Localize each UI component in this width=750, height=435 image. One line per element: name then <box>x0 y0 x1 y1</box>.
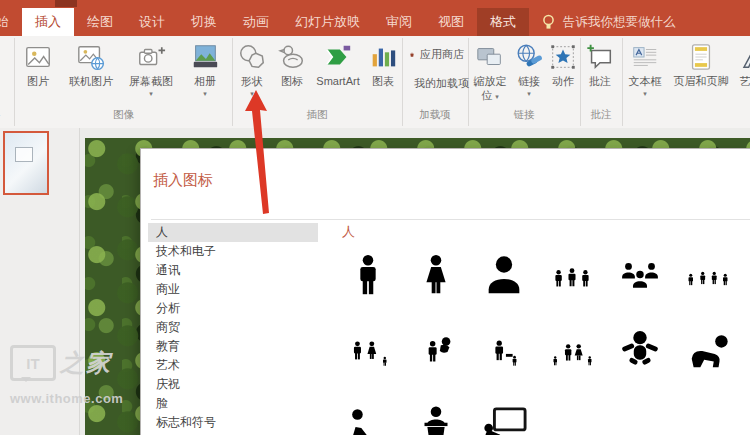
icon-person-exercising[interactable] <box>334 401 402 435</box>
header-footer-icon <box>686 42 716 72</box>
icon-group-of-four[interactable] <box>674 249 742 325</box>
chart-button[interactable]: 图表 <box>364 38 402 89</box>
tell-me-box[interactable]: 告诉我你想要做什么 <box>541 8 676 36</box>
ribbon-group-comments: 批注 批注 <box>580 38 623 126</box>
presenter-whiteboard-icon <box>481 405 527 435</box>
dropdown-arrow-icon: ▾ <box>643 90 647 97</box>
category-item-business[interactable]: 商业 <box>148 280 318 299</box>
ribbon: 表格 表格 图片 <box>0 36 750 129</box>
photo-album-button[interactable]: 相册 ▾ <box>181 38 229 97</box>
link-button[interactable]: 链接 ▾ <box>512 38 546 97</box>
dropdown-arrow-icon: ▾ <box>203 90 207 97</box>
screenshot-button[interactable]: 屏幕截图 ▾ <box>121 38 181 97</box>
icon-crawling-baby[interactable] <box>674 325 742 401</box>
zoom-position-button[interactable]: 缩放定位 ▾ <box>468 38 512 103</box>
dropdown-arrow-icon: ▾ <box>527 90 531 97</box>
icon-presenter-whiteboard[interactable] <box>470 401 538 435</box>
icon-baby[interactable] <box>606 325 674 401</box>
tab-slideshow[interactable]: 幻灯片放映 <box>282 8 373 36</box>
category-list: 人 技术和电子 通讯 商业 分析 商贸 教育 艺术 庆祝 脸 标志和符号 <box>148 223 318 432</box>
person-exercising-icon <box>345 405 391 435</box>
ribbon-tab-bar: 开始 插入 绘图 设计 切换 动画 幻灯片放映 审阅 视图 格式 告诉我你想要做… <box>0 0 750 36</box>
tab-view[interactable]: 视图 <box>425 8 477 36</box>
icons-button[interactable]: 图标 <box>272 38 312 89</box>
tab-format[interactable]: 格式 <box>477 8 529 36</box>
shapes-icon <box>237 42 267 72</box>
comment-bubble-icon <box>585 42 615 72</box>
picture-icon <box>23 42 53 72</box>
speaker-at-podium-icon <box>413 405 459 435</box>
dialog-title: 插入图标 <box>153 171 213 190</box>
tab-design[interactable]: 设计 <box>126 8 178 36</box>
wordart-button[interactable]: 艺术字 <box>734 38 750 89</box>
category-item-celebration[interactable]: 庆祝 <box>148 375 318 394</box>
wordart-icon <box>741 42 750 72</box>
duck-icon <box>277 42 307 72</box>
category-item-commerce[interactable]: 商贸 <box>148 318 318 337</box>
header-footer-button[interactable]: 页眉和页脚 <box>668 38 734 89</box>
slide-zoom-icon <box>475 42 505 72</box>
icon-team-meeting[interactable] <box>606 249 674 325</box>
smartart-icon <box>323 42 353 72</box>
comment-button[interactable]: 批注 <box>580 38 620 89</box>
baby-icon <box>617 329 663 375</box>
crawling-baby-icon <box>685 329 731 375</box>
icon-group-of-three[interactable] <box>538 249 606 325</box>
category-item-signs-symbols[interactable]: 标志和符号 <box>148 413 318 432</box>
icon-standing-woman[interactable] <box>402 249 470 325</box>
category-item-analytics[interactable]: 分析 <box>148 299 318 318</box>
photo-album-icon <box>190 42 220 72</box>
ribbon-group-addins: 应用商店 我的加载项 ▾ 加载项 <box>402 38 469 126</box>
smartart-button[interactable]: SmartArt <box>312 38 364 89</box>
action-star-icon <box>548 42 578 72</box>
group-of-three-icon <box>549 253 595 299</box>
slide-thumbnail-1[interactable] <box>3 131 49 195</box>
icon-person-bust[interactable] <box>470 249 538 325</box>
group-of-four-icon <box>685 253 731 299</box>
dropdown-arrow-icon: ▾ <box>149 90 153 97</box>
annotation-arrow <box>230 85 290 220</box>
ribbon-group-images: 图片 联机图片 <box>15 38 233 126</box>
person-bust-icon <box>481 253 527 299</box>
ithome-watermark: IT 之家 www.ithome.com <box>10 345 123 406</box>
icon-grid <box>334 249 750 435</box>
ribbon-group-links: 缩放定位 ▾ 链接 ▾ <box>468 38 581 126</box>
section-heading: 人 <box>342 223 355 241</box>
online-pictures-button[interactable]: 联机图片 <box>61 38 121 89</box>
column-chart-icon <box>368 42 398 72</box>
icon-parent-holding-baby[interactable] <box>402 325 470 401</box>
tab-review[interactable]: 审阅 <box>373 8 425 36</box>
ribbon-group-text: 文本框 ▾ 页眉和页脚 艺术字 <box>622 38 750 126</box>
action-button[interactable]: 动作 <box>546 38 580 89</box>
category-item-communication[interactable]: 通讯 <box>148 261 318 280</box>
thumbnail-placeholder <box>15 147 33 162</box>
icon-standing-man[interactable] <box>334 249 402 325</box>
icon-speaker-at-podium[interactable] <box>402 401 470 435</box>
screenshot-camera-icon <box>136 42 166 72</box>
store-bag-icon <box>409 47 415 62</box>
category-item-people[interactable]: 人 <box>148 223 318 242</box>
team-meeting-icon <box>617 253 663 299</box>
ribbon-group-table-partial: 表格 表格 <box>0 38 15 126</box>
icon-parent-and-child[interactable] <box>470 325 538 401</box>
category-item-education[interactable]: 教育 <box>148 337 318 356</box>
online-picture-icon <box>76 42 106 72</box>
powerpoint-window: 开始 插入 绘图 设计 切换 动画 幻灯片放映 审阅 视图 格式 告诉我你想要做… <box>0 0 750 435</box>
category-item-technology[interactable]: 技术和电子 <box>148 242 318 261</box>
tab-home[interactable]: 开始 <box>0 8 22 36</box>
category-item-faces[interactable]: 脸 <box>148 394 318 413</box>
quick-access-toolbar-stub <box>55 0 77 7</box>
tab-animations[interactable]: 动画 <box>230 8 282 36</box>
icon-family-of-four[interactable] <box>538 325 606 401</box>
pictures-button[interactable]: 图片 <box>15 38 61 89</box>
tab-draw[interactable]: 绘图 <box>74 8 126 36</box>
tab-transitions[interactable]: 切换 <box>178 8 230 36</box>
family-of-four-icon <box>549 329 595 375</box>
textbox-button[interactable]: 文本框 ▾ <box>622 38 668 97</box>
tab-insert[interactable]: 插入 <box>22 8 74 36</box>
store-button[interactable]: 应用商店 <box>405 43 468 66</box>
icon-family-with-child[interactable] <box>334 325 402 401</box>
category-item-arts[interactable]: 艺术 <box>148 356 318 375</box>
standing-woman-icon <box>413 253 459 299</box>
my-addins-button[interactable]: 我的加载项 ▾ <box>405 72 468 95</box>
